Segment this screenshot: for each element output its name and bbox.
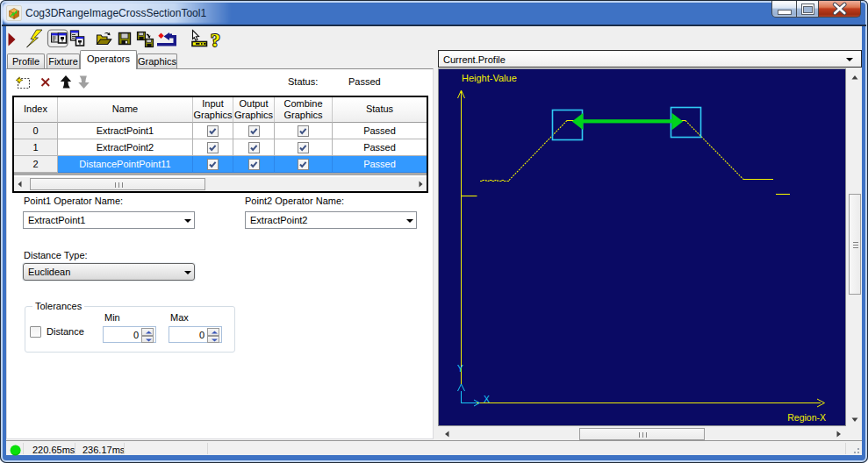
svg-text:Y: Y (457, 363, 463, 374)
svg-text:X: X (484, 394, 490, 404)
svg-text:Region-X: Region-X (787, 412, 826, 423)
svg-text:?: ? (211, 29, 220, 51)
svg-text:Height-Value: Height-Value (462, 73, 517, 83)
